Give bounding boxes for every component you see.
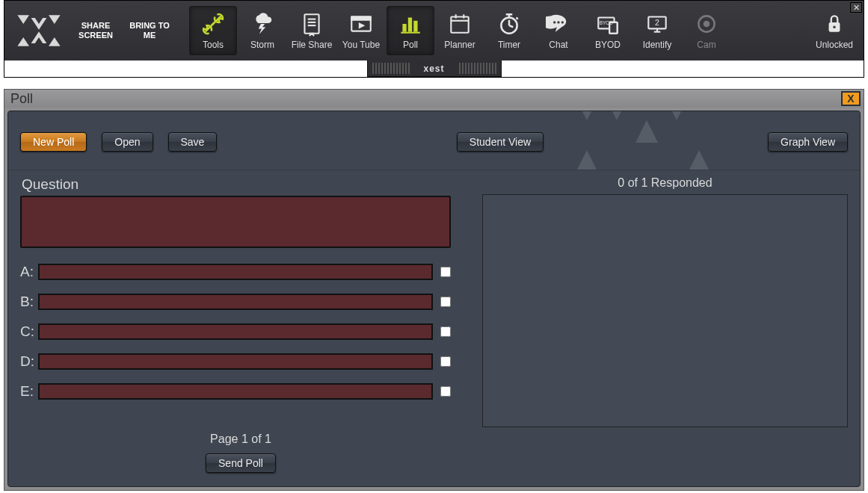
answer-correct-checkbox-c[interactable] — [440, 326, 451, 337]
poll-toolbar: New Poll Open Save Student View Graph Vi… — [8, 111, 860, 170]
svg-rect-20 — [451, 16, 468, 32]
toolbar-fileshare-label: File Share — [292, 40, 333, 50]
svg-marker-15 — [359, 22, 366, 29]
identify-icon: 2 — [644, 11, 670, 37]
page-indicator: Page 1 of 1 — [20, 432, 461, 446]
svg-rect-16 — [402, 24, 406, 32]
watermark — [546, 111, 725, 170]
tools-icon — [200, 11, 226, 37]
lock-icon — [822, 11, 847, 37]
toolbar-identify-button[interactable]: 2Identify — [633, 6, 681, 55]
answer-input-d[interactable] — [38, 353, 433, 370]
toolbar-timer-button[interactable]: Timer — [485, 6, 533, 55]
svg-marker-5 — [31, 31, 47, 43]
svg-marker-55 — [665, 111, 688, 120]
lock-button[interactable]: Unlocked — [810, 6, 858, 55]
answer-correct-checkbox-b[interactable] — [440, 297, 451, 307]
toolbar-poll-label: Poll — [403, 40, 418, 50]
fileshare-icon — [299, 11, 324, 37]
svg-point-13 — [357, 18, 359, 19]
toolbar-byod-button[interactable]: BYODBYOD — [584, 6, 632, 55]
graph-view-button[interactable]: Graph View — [768, 132, 848, 152]
new-poll-button[interactable]: New Poll — [20, 132, 87, 152]
open-button[interactable]: Open — [102, 132, 153, 152]
youtube-icon — [348, 11, 374, 37]
poll-title: Poll — [10, 91, 33, 107]
chat-icon — [546, 11, 571, 37]
svg-marker-53 — [606, 111, 628, 120]
svg-marker-56 — [576, 150, 598, 170]
send-poll-button[interactable]: Send Poll — [206, 453, 276, 473]
question-input[interactable] — [20, 196, 451, 248]
toolbar-fileshare-button[interactable]: File Share — [288, 6, 336, 55]
toolbar-planner-label: Planner — [444, 40, 475, 50]
svg-line-36 — [517, 18, 518, 19]
toolbar-cam-button[interactable]: Cam — [683, 6, 730, 55]
svg-point-49 — [704, 21, 710, 28]
share-screen-button[interactable]: SHARE SCREEN — [73, 21, 118, 40]
brand-handle[interactable]: xest — [367, 61, 502, 77]
appbar-close-button[interactable]: ✕ — [850, 2, 862, 13]
toolbar-youtube-button[interactable]: You Tube — [337, 6, 385, 55]
toolbar-chat-button[interactable]: Chat — [535, 6, 582, 55]
poll-titlebar: Poll X — [4, 90, 864, 108]
cam-icon — [694, 11, 719, 37]
svg-point-38 — [557, 21, 559, 23]
timer-icon — [496, 11, 522, 37]
toolbar-chat-label: Chat — [549, 40, 567, 50]
svg-point-39 — [561, 21, 564, 23]
toolbar-planner-button[interactable]: Planner — [436, 6, 484, 55]
student-view-button[interactable]: Student View — [457, 132, 544, 152]
save-button[interactable]: Save — [168, 132, 218, 152]
app-logo — [9, 6, 69, 55]
svg-marker-2 — [49, 15, 61, 24]
answer-input-c[interactable] — [38, 323, 433, 340]
toolbar-byod-label: BYOD — [595, 40, 621, 50]
answer-key: E: — [20, 383, 38, 400]
svg-text:BYOD: BYOD — [600, 20, 613, 25]
answer-key: B: — [20, 294, 38, 310]
answer-correct-checkbox-a[interactable] — [440, 267, 451, 277]
answer-key: A: — [20, 264, 38, 280]
answer-correct-checkbox-d[interactable] — [440, 356, 451, 367]
answer-key: C: — [20, 323, 38, 340]
svg-rect-19 — [401, 32, 420, 34]
answer-input-b[interactable] — [38, 294, 433, 310]
svg-line-33 — [509, 25, 513, 27]
answer-input-a[interactable] — [38, 264, 433, 280]
planner-icon — [447, 11, 473, 37]
poll-close-button[interactable]: X — [841, 91, 861, 106]
question-label: Question — [22, 176, 461, 193]
bring-to-me-button[interactable]: BRING TO ME — [127, 21, 172, 40]
poll-icon — [398, 11, 423, 37]
svg-marker-54 — [635, 120, 658, 143]
answer-row-a: A: — [20, 264, 461, 280]
answer-row-b: B: — [20, 294, 461, 310]
toolbar-tools-label: Tools — [203, 40, 224, 50]
svg-marker-57 — [688, 150, 710, 170]
svg-point-12 — [354, 18, 355, 19]
answer-row-d: D: — [20, 353, 461, 370]
byod-icon: BYOD — [595, 11, 621, 37]
svg-point-14 — [360, 18, 362, 19]
svg-marker-0 — [17, 15, 29, 24]
lock-label: Unlocked — [816, 40, 853, 50]
toolbar-cam-label: Cam — [697, 40, 715, 50]
toolbar-poll-button[interactable]: Poll — [387, 6, 434, 55]
svg-rect-18 — [413, 21, 417, 32]
toolbar-youtube-label: You Tube — [342, 40, 380, 50]
toolbar-timer-label: Timer — [498, 40, 520, 50]
response-display — [482, 194, 848, 427]
svg-marker-52 — [576, 111, 598, 120]
svg-text:2: 2 — [655, 18, 659, 27]
answer-row-c: C: — [20, 323, 461, 340]
answer-input-e[interactable] — [38, 383, 433, 400]
answer-correct-checkbox-e[interactable] — [440, 386, 451, 397]
toolbar-tools-button[interactable]: Tools — [189, 6, 237, 55]
toolbar-identify-label: Identify — [643, 40, 672, 50]
svg-rect-6 — [304, 14, 318, 34]
svg-marker-3 — [49, 37, 61, 46]
toolbar-storm-label: Storm — [250, 40, 274, 50]
poll-panel: Poll X New Poll Open Save Student View G… — [4, 89, 864, 491]
toolbar-storm-button[interactable]: Storm — [238, 6, 286, 55]
